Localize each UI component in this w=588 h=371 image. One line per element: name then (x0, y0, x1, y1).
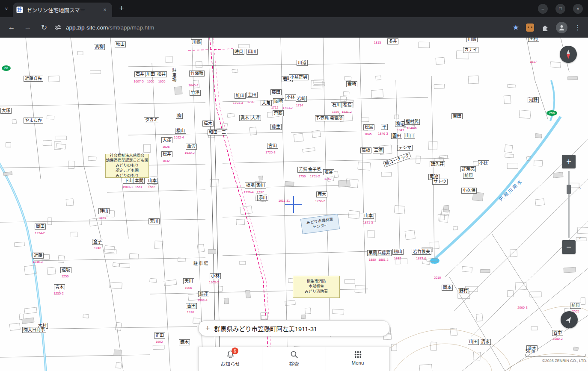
bottom-navigation: 6 お知らせ 検索 Menu (198, 347, 390, 371)
parcel-number: 1632 (163, 159, 170, 163)
parcel-number: 1815 (374, 41, 381, 44)
map-label: 金子英 (307, 167, 322, 173)
compass-button[interactable] (560, 46, 577, 63)
window-maximize-button[interactable]: □ (555, 4, 565, 14)
map-label: 小林 (285, 94, 296, 100)
window-controls: – □ × (538, 4, 588, 14)
browser-tab-strip: ∨ ゼンリン住宅地図スマー × + – □ × (0, 0, 588, 17)
map-label: 三浦 (373, 147, 384, 153)
map-label: 小久保 (461, 188, 477, 194)
notification-badge: 6 (232, 347, 238, 354)
parcel-number: 1606 (147, 80, 154, 83)
map-label: テシマ (397, 145, 413, 151)
map-label: 近藤 (33, 253, 44, 259)
map-label: 柳 (176, 113, 183, 119)
zoom-slider-track[interactable] (568, 171, 570, 238)
map-label: 神山 (98, 208, 110, 214)
map-label: 金子 (92, 239, 103, 245)
zoom-slider-handle[interactable] (567, 185, 571, 194)
forward-button[interactable]: → (21, 20, 35, 35)
parcel-number: 1846-3 (378, 132, 388, 135)
map-label: 天川 (148, 218, 160, 224)
map-label: 竹澤輪 (189, 71, 205, 77)
nav-notifications[interactable]: 6 お知らせ (199, 347, 262, 371)
browser-menu-icon[interactable]: ⋮ (574, 24, 580, 32)
map-label: 松島 (342, 102, 353, 108)
map-label: 藤生 (270, 124, 282, 130)
map-label: 川道 (297, 60, 308, 66)
back-button[interactable]: ← (4, 20, 19, 35)
zoom-in-button[interactable]: + (562, 155, 576, 168)
parcel-number: 1562 (148, 186, 155, 189)
map-label: 平 (381, 124, 388, 130)
browser-toolbar: ← → ↻ app.zip-site.com/smt/app/map.htm ★… (0, 17, 588, 38)
url-host: app.zip-site.com (66, 24, 108, 31)
map-canvas[interactable]: 高柳秋山川嶋多井川嶋田村時貞田川カナイ川道石井川田松井竹澤輪近藤貞先岩崎小島正男… (0, 38, 588, 371)
window-minimize-button[interactable]: – (538, 4, 548, 14)
nav-search[interactable]: 検索 (262, 347, 326, 371)
address-search-bar[interactable]: + 群馬県みどり市笠懸町阿左美1911-31 (198, 320, 390, 336)
slider-chevron-icon[interactable]: › (579, 185, 581, 191)
map-label: 岡田 (35, 224, 46, 230)
parcel-number: 1245-3 (33, 260, 42, 264)
omnibox[interactable]: app.zip-site.com/smt/app/map.htm (54, 24, 511, 31)
parcel-number: 1830 (332, 110, 339, 114)
map-label: 竹澤 (190, 90, 201, 96)
parcel-number: 1561 (135, 186, 143, 189)
map-label: 樫村武 (404, 119, 420, 125)
map-label: 正田 (154, 333, 165, 339)
map-label: 田村 (528, 38, 539, 42)
parcel-number: 1546 (99, 216, 107, 220)
map-label: カナイ (463, 47, 478, 53)
map-label: 園田 (391, 133, 402, 139)
parcel-number: 1250 (62, 275, 69, 278)
reload-button[interactable]: ↻ (37, 20, 51, 35)
map-label: 大塚 (0, 108, 12, 114)
route-number-marker: 68 (2, 65, 11, 71)
window-close-button[interactable]: × (573, 4, 583, 14)
nav-label: お知らせ (220, 360, 240, 367)
tab-close-icon[interactable]: × (101, 6, 109, 14)
person-icon (558, 24, 565, 31)
map-label: やまたか (24, 118, 43, 124)
zoom-out-button[interactable]: − (562, 240, 576, 254)
url-text[interactable]: app.zip-site.com/smt/app/map.htm (66, 24, 154, 31)
current-location-button[interactable] (561, 311, 578, 328)
parcel-number: 1908-4 (197, 299, 207, 302)
bookmark-star-icon[interactable]: ★ (513, 23, 519, 32)
map-label: 川嶋 (466, 38, 478, 42)
parcel-number: 1845 (365, 132, 372, 136)
parcel-number: 1910 (187, 311, 194, 314)
extensions-puzzle-icon[interactable] (541, 24, 549, 32)
scale-label: 50 m (526, 349, 535, 353)
parcel-number: 1626 (163, 145, 170, 149)
site-favicon-icon (16, 6, 23, 13)
parcel-number: 1881-2 (378, 258, 388, 262)
nav-menu[interactable]: Menu (326, 347, 389, 371)
profile-avatar[interactable] (556, 22, 567, 33)
map-label: 田川 (246, 49, 258, 55)
site-info-icon[interactable] (54, 24, 62, 31)
parcel-number: 1605 (158, 80, 166, 83)
map-label: 山本 (363, 213, 374, 219)
parcel-number: 1880 (369, 258, 376, 262)
map-label: 大角 (261, 100, 272, 106)
parcel-number: 1700 (247, 100, 255, 104)
parcel-number: 1760-2 (315, 200, 325, 203)
map-label: 斉藤 (273, 110, 284, 116)
map-label: 横山 (175, 128, 186, 134)
map-label: サトウ (432, 179, 448, 185)
map-label: 吉田 (451, 113, 463, 119)
new-tab-button[interactable]: + (116, 3, 128, 15)
slider-chevron-icon[interactable]: › (579, 234, 581, 241)
map-label: 瀬川 (255, 183, 266, 188)
plus-icon: + (205, 324, 210, 332)
parcel-number: 1750 (299, 175, 306, 178)
map-label: タカギ (144, 117, 159, 123)
map-label: 石川 (331, 102, 342, 108)
browser-tab[interactable]: ゼンリン住宅地図スマー × (13, 3, 112, 17)
parcel-number: 1255-2 (53, 292, 63, 295)
extension-monkey-icon[interactable] (526, 24, 534, 32)
parcel-number: 1640-2 (188, 84, 198, 87)
tab-search-chevron-icon[interactable]: ∨ (0, 6, 13, 12)
